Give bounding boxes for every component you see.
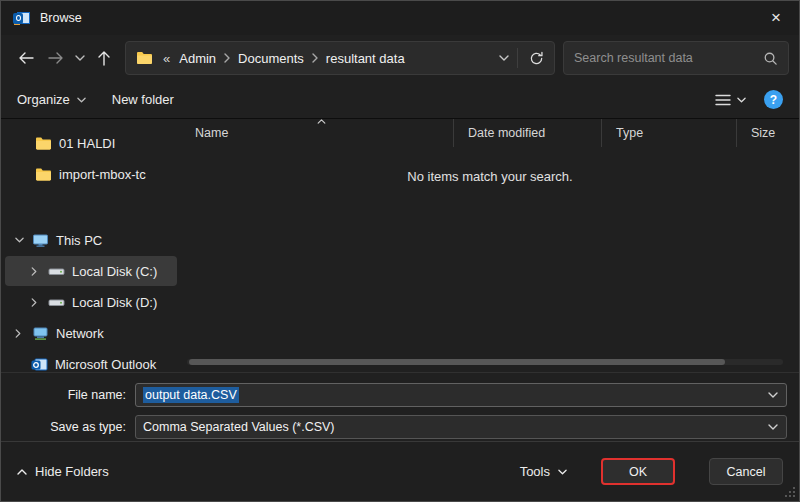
save-as-type-select[interactable]: Comma Separated Values (*.CSV) [135, 415, 787, 439]
tree-item-label: 01 HALDI [59, 136, 115, 151]
chevron-right-icon[interactable] [31, 298, 41, 307]
browse-dialog: Browse × « Admin Documents [0, 0, 800, 502]
save-as-type-value: Comma Separated Values (*.CSV) [143, 420, 335, 434]
file-name-label: File name: [7, 388, 135, 402]
tree-item-local-disk-c[interactable]: Local Disk (C:) [5, 256, 177, 286]
outlook-icon [31, 357, 48, 372]
column-header-date-modified[interactable]: Date modified [453, 119, 601, 147]
chevron-right-icon [223, 53, 231, 63]
file-name-value: output data.CSV [143, 387, 239, 403]
organize-button[interactable]: Organize [17, 92, 86, 107]
chevron-down-icon[interactable] [768, 392, 778, 398]
tree-item-this-pc[interactable]: This PC [5, 225, 177, 255]
tree-item-import-mbox[interactable]: import-mbox-tc [5, 159, 177, 189]
disk-icon [48, 295, 65, 310]
tree-item-label: Local Disk (C:) [72, 264, 157, 279]
horizontal-scrollbar[interactable] [187, 359, 783, 365]
dialog-footer: Hide Folders Tools OK Cancel [1, 441, 799, 501]
search-input[interactable] [574, 51, 763, 65]
chevron-right-icon[interactable] [31, 267, 41, 276]
search-icon [763, 51, 778, 66]
chevron-right-icon [311, 53, 319, 63]
outlook-app-icon [13, 10, 30, 27]
disk-icon [48, 264, 65, 279]
title-bar: Browse × [1, 1, 799, 35]
collapsed-path-glyph[interactable]: « [161, 51, 172, 66]
address-bar: « Admin Documents resultant data [125, 41, 555, 75]
up-button[interactable] [89, 43, 119, 73]
chevron-down-icon[interactable] [15, 237, 25, 243]
folder-icon [136, 51, 153, 65]
folder-icon [35, 167, 52, 182]
column-header-size[interactable]: Size [736, 119, 799, 147]
new-folder-button[interactable]: New folder [112, 92, 174, 107]
help-icon[interactable]: ? [764, 90, 783, 109]
search-box [563, 41, 789, 75]
monitor-icon [32, 233, 49, 248]
navigation-bar: « Admin Documents resultant data [1, 35, 799, 81]
breadcrumb-resultant-data[interactable]: resultant data [319, 47, 412, 70]
tree-item-label: Local Disk (D:) [72, 295, 157, 310]
chevron-down-icon[interactable] [768, 424, 778, 430]
chevron-down-icon [737, 97, 746, 103]
forward-button[interactable] [41, 43, 71, 73]
refresh-icon[interactable] [518, 42, 554, 74]
tools-label: Tools [520, 464, 550, 479]
hide-folders-label: Hide Folders [35, 464, 109, 479]
chevron-up-icon [17, 469, 27, 475]
resize-grip[interactable] [784, 486, 796, 498]
tree-item-label: Network [56, 326, 104, 341]
change-view-button[interactable] [715, 93, 746, 107]
tree-item-network[interactable]: Network [5, 318, 177, 348]
tree-item-label: Microsoft Outlook [55, 357, 156, 372]
new-folder-label: New folder [112, 92, 174, 107]
close-icon[interactable]: × [753, 1, 799, 35]
recent-locations-chevron[interactable] [71, 43, 89, 73]
chevron-down-icon [558, 469, 567, 475]
address-dropdown-chevron[interactable] [491, 42, 517, 74]
chevron-right-icon[interactable] [15, 329, 25, 338]
file-fields: File name: output data.CSV Save as type:… [1, 373, 799, 443]
tree-item-microsoft-outlook[interactable]: Microsoft Outlook [5, 349, 177, 372]
cancel-button[interactable]: Cancel [709, 458, 783, 485]
column-headers: Name Date modified Type Size [181, 119, 799, 147]
save-as-type-label: Save as type: [7, 420, 135, 434]
column-header-type[interactable]: Type [601, 119, 736, 147]
tree-item-label: This PC [56, 233, 102, 248]
network-icon [32, 326, 49, 341]
tree-item-local-disk-d[interactable]: Local Disk (D:) [5, 287, 177, 317]
scrollbar-thumb[interactable] [189, 359, 725, 365]
sort-ascending-icon [317, 119, 326, 124]
empty-state-message: No items match your search. [181, 169, 799, 184]
folder-icon [35, 136, 52, 151]
organize-label: Organize [17, 92, 70, 107]
tools-button[interactable]: Tools [520, 464, 567, 479]
window-title: Browse [40, 11, 82, 25]
tree-item-label: import-mbox-tc [59, 167, 146, 182]
breadcrumb-admin[interactable]: Admin [172, 47, 223, 70]
file-name-input[interactable]: output data.CSV [135, 383, 787, 407]
hide-folders-button[interactable]: Hide Folders [17, 464, 109, 479]
breadcrumb-documents[interactable]: Documents [231, 47, 311, 70]
chevron-down-icon [77, 97, 86, 103]
folder-tree: 01 HALDI import-mbox-tc Th [1, 119, 181, 372]
file-list: Name Date modified Type Size No items ma… [181, 119, 799, 372]
tree-item-01-haldi[interactable]: 01 HALDI [5, 128, 177, 158]
tree-gap [1, 190, 181, 224]
view-mode-icon [715, 93, 731, 107]
back-button[interactable] [11, 43, 41, 73]
main-area: 01 HALDI import-mbox-tc Th [1, 119, 799, 373]
ok-button[interactable]: OK [601, 458, 675, 485]
command-toolbar: Organize New folder ? [1, 81, 799, 119]
